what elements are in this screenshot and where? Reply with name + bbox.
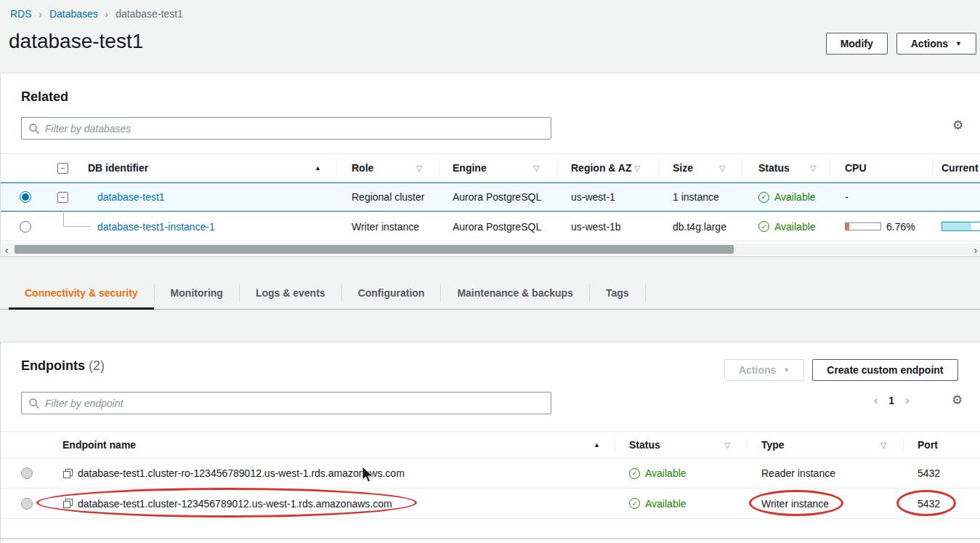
caret-down-icon: ▼ — [783, 367, 790, 374]
page-header-buttons: Modify Actions ▼ — [826, 33, 976, 55]
previous-page-icon[interactable]: ‹ — [874, 395, 878, 406]
column-region-az[interactable]: Region & AZ — [571, 162, 631, 174]
db-table-row-cluster[interactable]: − database-test1 Regional cluster Aurora… — [1, 182, 980, 212]
endpoint-port-value: 5432 — [918, 488, 940, 518]
tab-tags[interactable]: Tags — [590, 276, 645, 309]
endpoint-row-writer[interactable]: database-test1.cluster-123456789012.us-w… — [1, 488, 980, 519]
endpoint-filter-input[interactable] — [45, 398, 544, 409]
available-check-icon: ✓ — [629, 468, 640, 479]
column-db-identifier[interactable]: DB identifier — [88, 162, 148, 174]
tab-configuration[interactable]: Configuration — [342, 276, 441, 309]
endpoints-buttons: Actions ▼ Create custom endpoint — [724, 359, 958, 381]
databases-filter-input[interactable] — [45, 123, 544, 134]
column-divider — [932, 161, 933, 175]
breadcrumb-databases-link[interactable]: Databases — [49, 8, 98, 20]
actions-button[interactable]: Actions ▼ — [896, 33, 976, 55]
create-custom-endpoint-button[interactable]: Create custom endpoint — [812, 359, 957, 381]
column-filter-icon[interactable]: ▽ — [634, 164, 640, 173]
copy-icon[interactable] — [63, 499, 73, 508]
column-filter-icon[interactable]: ▽ — [810, 164, 816, 173]
horizontal-scrollbar[interactable]: ‹ › — [1, 244, 980, 255]
caret-down-icon: ▼ — [955, 41, 962, 47]
column-status[interactable]: Status — [629, 439, 660, 451]
endpoint-port-value: 5432 — [918, 459, 940, 488]
column-current-activity[interactable]: Current — [941, 162, 979, 174]
modify-button[interactable]: Modify — [826, 33, 888, 55]
status-badge: Available — [774, 221, 816, 233]
search-icon — [28, 123, 40, 134]
collapse-row-icon[interactable]: − — [57, 192, 68, 203]
column-port[interactable]: Port — [918, 439, 938, 451]
db-engine-value: Aurora PostgreSQL — [453, 212, 541, 241]
scrollbar-thumb[interactable] — [15, 245, 734, 254]
sort-ascending-icon[interactable]: ▲ — [594, 441, 600, 449]
preferences-gear-icon[interactable]: ⚙ — [952, 119, 963, 132]
cpu-usage-bar — [845, 222, 881, 230]
modify-button-label: Modify — [841, 38, 873, 49]
related-section-title: Related — [21, 89, 68, 105]
column-cpu[interactable]: CPU — [845, 162, 867, 174]
column-endpoint-name[interactable]: Endpoint name — [62, 439, 136, 451]
column-role[interactable]: Role — [352, 162, 373, 174]
column-type[interactable]: Type — [761, 439, 785, 451]
column-status[interactable]: Status — [758, 162, 790, 174]
column-divider — [903, 438, 904, 451]
endpoint-filter[interactable] — [21, 392, 551, 414]
endpoints-actions-button[interactable]: Actions ▼ — [724, 359, 804, 381]
column-filter-icon[interactable]: ▽ — [416, 164, 422, 173]
column-size[interactable]: Size — [673, 162, 693, 174]
available-check-icon: ✓ — [758, 192, 769, 203]
databases-filter[interactable] — [21, 117, 551, 140]
db-table-header: − DB identifier ▲ Role ▽ Engine ▽ Region… — [1, 153, 980, 182]
available-check-icon: ✓ — [629, 498, 640, 509]
column-divider — [557, 161, 558, 175]
column-filter-icon[interactable]: ▽ — [880, 441, 886, 450]
endpoints-count: (2) — [89, 358, 105, 373]
column-engine[interactable]: Engine — [453, 162, 487, 174]
row-radio[interactable] — [21, 498, 33, 510]
scroll-right-arrow-icon[interactable]: › — [971, 244, 980, 255]
tab-logs-events[interactable]: Logs & events — [240, 276, 341, 309]
db-identifier-link[interactable]: database-test1 — [97, 191, 165, 203]
column-filter-icon[interactable]: ▽ — [533, 164, 539, 173]
pagination: ‹ 1 › — [874, 395, 909, 406]
copy-icon[interactable] — [63, 469, 73, 478]
column-divider — [830, 161, 830, 175]
cpu-percent-value: 6.76% — [886, 221, 915, 233]
endpoint-type-value: Writer instance — [761, 488, 829, 518]
breadcrumb-rds-link[interactable]: RDS — [10, 8, 32, 20]
db-role-value: Regional cluster — [352, 183, 424, 211]
rds-console-page: RDS › Databases › database-test1 databas… — [0, 0, 980, 543]
row-radio[interactable] — [21, 467, 33, 479]
tab-maintenance-backups[interactable]: Maintenance & backups — [441, 276, 589, 309]
column-filter-icon[interactable]: ▽ — [724, 441, 730, 450]
search-icon — [28, 398, 40, 409]
preferences-gear-icon[interactable]: ⚙ — [952, 394, 963, 406]
collapse-all-icon[interactable]: − — [57, 163, 68, 174]
endpoint-name-value: database-test1.cluster-123456789012.us-w… — [78, 498, 392, 510]
next-page-icon[interactable]: › — [905, 395, 909, 406]
column-divider — [336, 161, 337, 175]
scroll-left-arrow-icon[interactable]: ‹ — [1, 244, 12, 255]
breadcrumb-current-page: database-test1 — [116, 8, 183, 20]
endpoint-row-reader[interactable]: database-test1.cluster-ro-123456789012.u… — [1, 459, 980, 488]
db-engine-value: Aurora PostgreSQL — [453, 183, 541, 211]
page-number[interactable]: 1 — [888, 395, 894, 406]
detail-tabs: Connectivity & security Monitoring Logs … — [0, 276, 980, 310]
row-radio-selected[interactable] — [20, 191, 31, 203]
minus-icon: − — [60, 164, 65, 172]
endpoints-table-header: Endpoint name ▲ Status ▽ Type ▽ Port — [1, 431, 980, 459]
row-radio[interactable] — [20, 221, 31, 233]
db-size-value: 1 instance — [673, 183, 719, 211]
actions-button-label: Actions — [911, 38, 948, 49]
db-region-value: us-west-1b — [571, 212, 620, 241]
tab-monitoring[interactable]: Monitoring — [155, 276, 239, 309]
column-divider — [659, 161, 660, 175]
current-activity-bar — [941, 222, 980, 231]
column-filter-icon[interactable]: ▽ — [719, 164, 725, 173]
tab-connectivity-security[interactable]: Connectivity & security — [9, 276, 154, 309]
db-identifier-link[interactable]: database-test1-instance-1 — [97, 221, 215, 233]
db-region-value: us-west-1 — [571, 183, 615, 211]
db-table-row-instance[interactable]: database-test1-instance-1 Writer instanc… — [1, 212, 980, 241]
sort-ascending-icon[interactable]: ▲ — [315, 164, 321, 172]
